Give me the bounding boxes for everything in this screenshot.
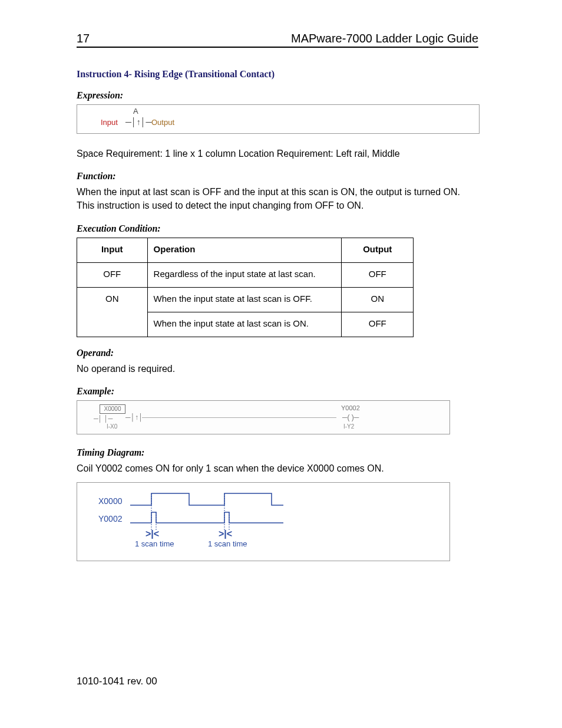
expression-label-output: Output — [151, 118, 174, 127]
expression-label-input: Input — [101, 118, 118, 127]
rising-edge-icon: ─│↑│─ — [125, 117, 151, 127]
th-input: Input — [77, 238, 148, 262]
timing-arrow-icon: >|< — [219, 529, 232, 539]
execution-condition-table: Input Operation Output OFF Regardless of… — [77, 238, 414, 337]
timing-heading: Timing Diagram: — [77, 447, 478, 458]
exec-heading: Execution Condition: — [77, 223, 478, 234]
cell-operation: Regardless of the input state at last sc… — [147, 262, 342, 287]
timing-sig2-wave — [130, 512, 283, 523]
th-operation: Operation — [147, 238, 342, 262]
expression-label-a: A — [133, 107, 138, 116]
cell-input: OFF — [77, 262, 148, 287]
timing-scan-label-2: 1 scan time — [208, 539, 247, 548]
timing-diagram: X0000 Y0002 >|< >|< 1 scan time 1 scan t… — [77, 482, 450, 561]
timing-sig2-label: Y0002 — [98, 514, 123, 523]
timing-scan-label-1: 1 scan time — [135, 539, 174, 548]
example-contact-icon: ─│ │─ — [94, 415, 113, 422]
operand-text: No operand is required. — [77, 362, 478, 375]
th-output: Output — [342, 238, 414, 262]
page-number: 17 — [77, 32, 90, 45]
section-title: Instruction 4- Rising Edge (Transitional… — [77, 69, 478, 80]
timing-sig1-label: X0000 — [98, 496, 123, 506]
example-coil-icon: ─( )─ — [342, 413, 359, 421]
example-wire — [142, 417, 336, 418]
doc-title: MAPware-7000 Ladder Logic Guide — [291, 32, 478, 45]
cell-output: OFF — [342, 262, 414, 287]
cell-output: ON — [342, 287, 414, 312]
example-right-tag: Y0002 — [341, 404, 360, 411]
function-heading: Function: — [77, 171, 478, 182]
timing-arrow-icon: >|< — [146, 529, 159, 539]
example-heading: Example: — [77, 386, 478, 397]
page-header: 17 MAPware-7000 Ladder Logic Guide — [77, 32, 478, 48]
footer-rev: 1010-1041 rev. 00 — [77, 676, 157, 687]
timing-text: Coil Y0002 comes ON for only 1 scan when… — [77, 462, 478, 475]
function-text: When the input at last scan is OFF and t… — [77, 185, 478, 212]
expression-heading: Expression: — [77, 90, 478, 101]
example-left-tag: X0000 — [100, 404, 125, 414]
expression-diagram: A Input ─│↑│─ Output — [77, 104, 480, 134]
cell-operation: When the input state at last scan is ON. — [147, 312, 342, 337]
cell-operation: When the input state at last scan is OFF… — [147, 287, 342, 312]
table-row: ON When the input state at last scan is … — [77, 287, 414, 312]
operand-heading: Operand: — [77, 348, 478, 358]
space-location-text: Space Requirement: 1 line x 1 column Loc… — [77, 147, 478, 160]
timing-sig1-wave — [130, 493, 283, 505]
example-left-sub: I-X0 — [107, 423, 117, 430]
cell-input: ON — [77, 287, 148, 337]
cell-output: OFF — [342, 312, 414, 337]
table-row: OFF Regardless of the input state at las… — [77, 262, 414, 287]
example-right-sub: I-Y2 — [343, 423, 354, 430]
example-diagram: X0000 ─│ │─ ─│↑│─ Y0002 ─( )─ I-X0 I-Y2 — [77, 400, 450, 434]
